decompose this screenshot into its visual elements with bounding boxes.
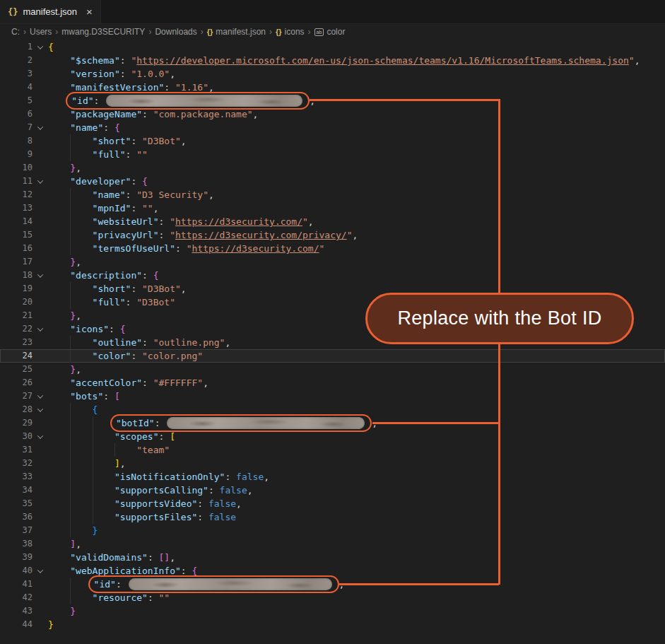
code-line-44[interactable]: 44} (0, 618, 665, 631)
line-number: 32 (0, 457, 33, 470)
breadcrumb-separator-icon: › (55, 27, 58, 37)
code-line-30[interactable]: 30"scopes": [ (0, 430, 665, 443)
code-line-36[interactable]: 36"supportsFiles": false (0, 510, 665, 524)
code-line-11[interactable]: 11"developer": { (0, 175, 665, 188)
code-line-27[interactable]: 27"bots": [ (0, 390, 665, 403)
fold-chevron-icon[interactable] (33, 40, 48, 54)
fold-spacer (33, 457, 48, 470)
breadcrumb-item-icons[interactable]: {}icons (276, 27, 305, 37)
code-line-2[interactable]: 2"$schema": "https://developer.microsoft… (0, 54, 665, 67)
code-text: "$schema": "https://developer.microsoft.… (48, 54, 665, 67)
line-number: 19 (0, 282, 33, 295)
indent (48, 134, 70, 148)
code-text: "termsOfUseUrl": "https://d3security.com… (48, 242, 665, 255)
line-number: 24 (0, 349, 33, 363)
indent-guide (70, 282, 92, 295)
code-text: "packageName": "com.package.name", (48, 107, 665, 121)
indent-guide (70, 416, 92, 430)
code-line-39[interactable]: 39"validDomains": [], (0, 551, 665, 564)
fold-chevron-icon[interactable] (33, 322, 48, 336)
line-number: 11 (0, 175, 33, 188)
code-line-41[interactable]: 41"id": , (0, 578, 665, 591)
indent-guide (70, 242, 92, 255)
line-number: 18 (0, 269, 33, 282)
code-line-3[interactable]: 3"version": "1.0.0", (0, 67, 665, 81)
close-icon[interactable]: × (86, 6, 93, 18)
code-line-7[interactable]: 7"name": { (0, 121, 665, 134)
breadcrumb-item-downloads[interactable]: Downloads (155, 27, 196, 37)
redacted-value-pill (167, 417, 365, 429)
fold-spacer (33, 349, 48, 363)
fold-spacer (33, 148, 48, 161)
fold-chevron-icon[interactable] (33, 175, 48, 188)
code-text: } (48, 524, 665, 537)
code-line-33[interactable]: 33"isNotificationOnly": false, (0, 470, 665, 484)
indent (48, 443, 70, 457)
code-line-16[interactable]: 16"termsOfUseUrl": "https://d3security.c… (0, 242, 665, 255)
breadcrumb-item-users[interactable]: Users (30, 27, 52, 37)
fold-spacer (33, 618, 48, 631)
line-number: 36 (0, 510, 33, 524)
breadcrumb-item-c-[interactable]: C: (11, 27, 20, 37)
code-line-15[interactable]: 15"privacyUrl": "https://d3security.com/… (0, 228, 665, 242)
indent-guide (93, 430, 114, 443)
code-line-1[interactable]: 1{ (0, 40, 665, 54)
fold-chevron-icon[interactable] (33, 121, 48, 134)
code-line-37[interactable]: 37} (0, 524, 665, 537)
indent (48, 470, 70, 484)
code-text: "team" (48, 443, 665, 457)
code-line-8[interactable]: 8"short": "D3Bot", (0, 134, 665, 148)
indent-guide (70, 524, 92, 537)
code-line-18[interactable]: 18"description": { (0, 269, 665, 282)
code-line-24[interactable]: 24"color": "color.png" (0, 349, 665, 363)
code-line-13[interactable]: 13"mpnId": "", (0, 201, 665, 215)
annotation-connector-id (310, 99, 499, 101)
code-line-12[interactable]: 12"name": "D3 Security", (0, 188, 665, 201)
line-number: 6 (0, 107, 33, 121)
code-line-17[interactable]: 17}, (0, 255, 665, 269)
indent-guide (114, 443, 136, 457)
fold-spacer (33, 107, 48, 121)
fold-chevron-icon[interactable] (33, 430, 48, 443)
code-text: }, (48, 161, 665, 175)
indent (48, 336, 70, 349)
tab-manifest-json[interactable]: {} manifest.json × (0, 0, 101, 23)
code-text: "supportsVideo": false, (48, 497, 665, 510)
fold-chevron-icon[interactable] (33, 403, 48, 416)
line-number: 21 (0, 309, 33, 322)
code-line-5[interactable]: 5"id": , (0, 94, 665, 107)
indent (48, 403, 70, 416)
breadcrumb-item-manifest-json[interactable]: {}manifest.json (207, 27, 266, 37)
code-line-9[interactable]: 9"full": "" (0, 148, 665, 161)
code-line-29[interactable]: 29"botId": , (0, 416, 665, 430)
code-line-26[interactable]: 26"accentColor": "#FFFFFF", (0, 376, 665, 390)
indent-guide (93, 457, 114, 470)
code-text: "websiteUrl": "https://d3security.com/", (48, 215, 665, 228)
code-line-31[interactable]: 31"team" (0, 443, 665, 457)
code-line-14[interactable]: 14"websiteUrl": "https://d3security.com/… (0, 215, 665, 228)
code-line-42[interactable]: 42"resource": "" (0, 591, 665, 604)
code-line-6[interactable]: 6"packageName": "com.package.name", (0, 107, 665, 121)
code-text: "supportsCalling": false, (48, 484, 665, 497)
indent-guide (93, 443, 114, 457)
fold-spacer (33, 67, 48, 81)
code-line-43[interactable]: 43} (0, 604, 665, 618)
line-number: 44 (0, 618, 33, 631)
indent (48, 551, 70, 564)
line-number: 25 (0, 363, 33, 376)
code-line-35[interactable]: 35"supportsVideo": false, (0, 497, 665, 510)
breadcrumb-item-color[interactable]: abcolor (314, 27, 346, 37)
line-number: 29 (0, 416, 33, 430)
fold-chevron-icon[interactable] (33, 390, 48, 403)
code-line-25[interactable]: 25}, (0, 363, 665, 376)
code-text: "privacyUrl": "https://d3security.com/pr… (48, 228, 665, 242)
code-line-32[interactable]: 32], (0, 457, 665, 470)
line-number: 2 (0, 54, 33, 67)
fold-spacer (33, 551, 48, 564)
breadcrumb-item-mwang-d3security[interactable]: mwang.D3SECURITY (61, 27, 145, 37)
fold-chevron-icon[interactable] (33, 564, 48, 578)
code-line-34[interactable]: 34"supportsCalling": false, (0, 484, 665, 497)
code-line-10[interactable]: 10}, (0, 161, 665, 175)
fold-chevron-icon[interactable] (33, 269, 48, 282)
code-line-38[interactable]: 38], (0, 537, 665, 551)
